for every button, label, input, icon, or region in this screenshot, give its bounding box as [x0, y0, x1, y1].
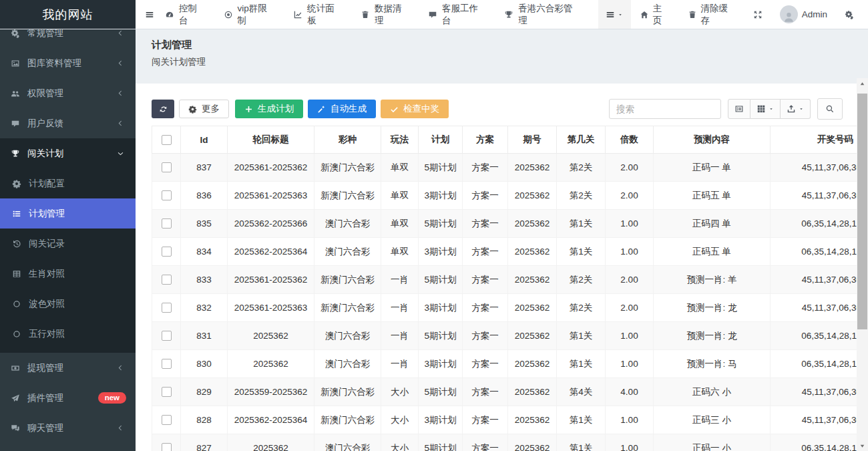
- export-button[interactable]: [781, 99, 811, 119]
- table-cell: 预测一肖: 羊: [654, 266, 771, 294]
- settings-button[interactable]: [836, 0, 863, 29]
- refresh-button[interactable]: [152, 100, 174, 118]
- column-header: 计划: [419, 126, 463, 154]
- chevron-left-icon: [115, 29, 126, 37]
- sidebar-item-gallery-manage[interactable]: 图库资料管理: [0, 48, 136, 78]
- table-row: 8302025362澳门六合彩一肖3期计划方案一2025362第1关1.00预测…: [152, 350, 868, 378]
- sidebar-item-general-manage[interactable]: 常规管理: [0, 29, 136, 48]
- sidebar-item-zodiac-map[interactable]: 生肖对照: [0, 259, 136, 289]
- search-button[interactable]: [817, 98, 843, 120]
- toolbar: 更多 生成计划 自动生成 检查中奖: [152, 98, 868, 120]
- navbar-item-stats-panel[interactable]: 统计面板: [293, 3, 343, 27]
- trophy-icon: [504, 10, 513, 19]
- row-checkbox[interactable]: [162, 443, 172, 451]
- table-cell: 澳门六合彩: [314, 238, 381, 266]
- table-cell: 2025362: [228, 322, 314, 350]
- table-row: 8342025362-2025364澳门六合彩单双3期计划方案一2025362第…: [152, 238, 868, 266]
- sidebar-item-member-manage[interactable]: 会员管理: [0, 443, 136, 451]
- row-checkbox[interactable]: [162, 331, 172, 341]
- sidebar-item-five-element-map[interactable]: 五行对照: [0, 319, 136, 349]
- cogs-icon: [845, 10, 854, 19]
- table-cell: 第1关: [557, 238, 606, 266]
- sidebar-item-plan-manage[interactable]: 计划管理: [0, 198, 136, 229]
- user-menu[interactable]: Admin: [771, 0, 836, 29]
- select-all-checkbox[interactable]: [162, 135, 172, 145]
- sidebar-toggle-icon[interactable]: [136, 10, 165, 19]
- sidebar-item-plugin-manage[interactable]: 插件管理new: [0, 383, 136, 413]
- scroll-up-arrow[interactable]: [857, 78, 868, 89]
- table-cell: 06,35,14,28,16,3: [771, 210, 868, 238]
- row-checkbox[interactable]: [162, 162, 172, 172]
- vertical-scrollbar[interactable]: [857, 78, 868, 451]
- sidebar-item-chat-manage[interactable]: 聊天管理: [0, 413, 136, 443]
- auto-generate-button[interactable]: 自动生成: [308, 100, 376, 118]
- table-cell: 1.00: [606, 434, 654, 451]
- table-cell: 方案一: [463, 406, 508, 434]
- sidebar-item-challenge-record[interactable]: 闯关记录: [0, 229, 136, 259]
- table-row: 8292025359-2025362新澳门六合彩大小5期计划方案一2025362…: [152, 378, 868, 406]
- navbar-item-console[interactable]: 控制台: [165, 3, 206, 27]
- sidebar-item-withdraw-manage[interactable]: 提现管理: [0, 353, 136, 383]
- sidebar-item-user-feedback[interactable]: 用户反馈: [0, 108, 136, 138]
- fullscreen-button[interactable]: [744, 0, 771, 29]
- checkbox-cell: [152, 350, 181, 378]
- column-header: Id: [181, 126, 228, 154]
- row-checkbox[interactable]: [162, 218, 172, 229]
- sidebar-item-challenge-plan[interactable]: 闯关计划: [0, 138, 136, 168]
- more-button[interactable]: 更多: [179, 100, 229, 118]
- chevron-left-icon: [115, 120, 126, 127]
- row-checkbox[interactable]: [162, 359, 172, 369]
- row-checkbox[interactable]: [162, 387, 172, 397]
- navbar-item-hk-lottery-manage[interactable]: 香港六合彩管理: [504, 3, 580, 27]
- checkbox-header: [152, 126, 181, 154]
- table-cell: 45,11,37,06,30,0: [771, 266, 868, 294]
- generate-plan-button[interactable]: 生成计划: [235, 100, 303, 118]
- table-row: 8352025362-2025366澳门六合彩单双5期计划方案一2025362第…: [152, 210, 868, 238]
- sidebar-item-wave-color-map[interactable]: 波色对照: [0, 289, 136, 319]
- check-winning-button[interactable]: 检查中奖: [381, 100, 449, 118]
- scrollbar-thumb[interactable]: [857, 94, 867, 329]
- quick-menu-dropdown[interactable]: [598, 0, 631, 29]
- money-icon: [9, 363, 21, 373]
- navbar-item-support-workbench[interactable]: 客服工作台: [428, 3, 486, 27]
- table-cell: 大小: [381, 378, 419, 406]
- content-panel: 更多 生成计划 自动生成 检查中奖: [136, 84, 868, 451]
- table-cell: 正码三 小: [654, 406, 771, 434]
- clear-cache-button[interactable]: 清除缓存: [679, 0, 744, 29]
- comment-icon: [428, 10, 437, 19]
- table-cell: 828: [181, 406, 228, 434]
- row-checkbox[interactable]: [162, 303, 172, 313]
- table-cell: 2.00: [606, 266, 654, 294]
- column-header: 玩法: [381, 126, 419, 154]
- checkbox-cell: [152, 434, 181, 451]
- page-subtitle: 闯关计划管理: [152, 56, 868, 68]
- table-row: 8362025361-2025363新澳门六合彩单双3期计划方案一2025362…: [152, 182, 868, 210]
- toggle-view-button[interactable]: [728, 99, 750, 119]
- table-cell: 2025362: [508, 294, 557, 322]
- table-cell: 方案一: [463, 266, 508, 294]
- table-cell: 3期计划: [419, 294, 463, 322]
- navbar-item-data-clean[interactable]: 数据清理: [361, 3, 410, 27]
- table-row: 8272025362澳门六合彩大小5期计划方案一2025362第1关1.00正码…: [152, 434, 868, 451]
- row-checkbox[interactable]: [162, 190, 172, 200]
- users-icon: [9, 89, 21, 98]
- sidebar-item-permission-manage[interactable]: 权限管理: [0, 78, 136, 108]
- sidebar-item-plan-config[interactable]: 计划配置: [0, 168, 136, 198]
- columns-grid-icon: [756, 104, 766, 114]
- comment-icon: [9, 119, 21, 128]
- table-cell: 45,11,37,06,30,0: [771, 182, 868, 210]
- table-cell: 第1关: [557, 350, 606, 378]
- navbar-item-vip-group-limit[interactable]: vip群限制: [224, 3, 276, 27]
- table-cell: 1.00: [606, 322, 654, 350]
- row-checkbox[interactable]: [162, 275, 172, 285]
- row-checkbox[interactable]: [162, 415, 172, 425]
- chevron-left-icon: [115, 364, 126, 371]
- columns-button[interactable]: [750, 99, 781, 119]
- search-input[interactable]: [609, 99, 721, 119]
- table-cell: 第1关: [557, 322, 606, 350]
- home-button[interactable]: 主页: [631, 0, 679, 29]
- table-cell: 835: [181, 210, 228, 238]
- row-checkbox[interactable]: [162, 247, 172, 257]
- table-cell: 单双: [381, 210, 419, 238]
- scroll-down-arrow[interactable]: [857, 440, 868, 451]
